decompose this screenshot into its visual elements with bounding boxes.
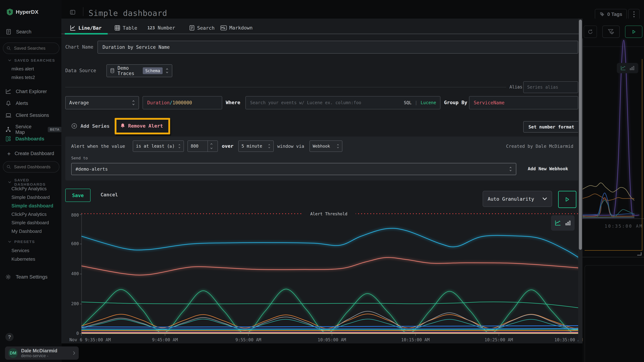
- chart-name-input[interactable]: [98, 41, 578, 54]
- panel-resize-handle[interactable]: [637, 252, 642, 255]
- alias-input[interactable]: [523, 81, 578, 93]
- sidebar-item-chart-explorer[interactable]: Chart Explorer: [5, 89, 47, 94]
- saved-dashboard-item-active[interactable]: Simple dashboard: [12, 203, 53, 209]
- data-source-select[interactable]: Demo Traces Schema: [106, 64, 172, 77]
- set-number-format-button[interactable]: Set number format: [523, 121, 580, 133]
- create-dashboard-button[interactable]: + Create Dashboard: [7, 151, 54, 156]
- sidebar-item-client-sessions[interactable]: Client Sessions: [5, 113, 49, 118]
- panel-row-divider: [582, 257, 644, 257]
- avatar-initials: DM: [10, 351, 16, 356]
- add-series-button[interactable]: Add Series: [71, 123, 110, 129]
- saved-searches-input[interactable]: [14, 46, 55, 51]
- play-icon: [565, 197, 570, 202]
- sidebar-item-label: Search: [16, 29, 32, 35]
- saved-dashboards-input[interactable]: [14, 164, 55, 170]
- saved-dashboard-item[interactable]: ClickPy Analytics: [12, 186, 47, 191]
- chevron-down-icon: [542, 197, 547, 200]
- x-tickmark: [498, 334, 499, 336]
- chart-type-toggle: [551, 215, 574, 231]
- modal-scrollbar-thumb[interactable]: [579, 20, 582, 250]
- group-by-label: Group By: [444, 100, 467, 105]
- tab-markdown[interactable]: Markdown: [220, 25, 252, 30]
- bell-icon: [120, 123, 125, 129]
- tab-number[interactable]: 123 Number: [148, 25, 175, 30]
- saved-dashboards-section-header[interactable]: SAVED DASHBOARDS: [8, 178, 62, 186]
- where-search-input-wrap[interactable]: SQL | Lucene: [246, 96, 440, 109]
- preset-item[interactable]: Services: [12, 248, 29, 253]
- saved-dashboard-item[interactable]: Simple dashboard: [12, 220, 49, 225]
- sidebar-item-dashboards[interactable]: Dashboards: [5, 136, 44, 142]
- sidebar-divider: [0, 145, 62, 146]
- app-screen: Simple dashboard 0 Tags 10:35:00 AM: [0, 0, 644, 362]
- saved-dashboard-item[interactable]: Simple Dashboard: [12, 194, 50, 200]
- add-new-webhook-button[interactable]: Add New Webhook: [528, 166, 568, 171]
- alert-window-select[interactable]: 5 minute: [238, 141, 274, 152]
- user-card[interactable]: DM Dale McDiarmid demo-service -: [5, 347, 79, 360]
- saved-search-item[interactable]: mikes tets2: [12, 75, 35, 80]
- chevron-down-icon: [8, 240, 12, 243]
- chevron-right-icon: [73, 351, 76, 356]
- run-query-button-background[interactable]: [625, 25, 642, 38]
- saved-dashboard-item[interactable]: My Dashboard: [12, 228, 42, 234]
- sidebar-item-team-settings[interactable]: Team Settings: [5, 274, 48, 280]
- select-chevrons-icon: [337, 144, 339, 149]
- lucene-toggle[interactable]: Lucene: [420, 100, 436, 105]
- selected-panel-border-right: [642, 59, 642, 250]
- dashboards-icon: [5, 136, 11, 142]
- plus-circle-icon: [71, 123, 77, 129]
- window-via-label: window via: [277, 144, 304, 149]
- preset-item[interactable]: Kubernetes: [12, 256, 35, 262]
- refresh-button[interactable]: [584, 25, 597, 38]
- sql-toggle[interactable]: SQL: [404, 100, 412, 105]
- laptop-icon: [5, 113, 12, 118]
- sidebar-item-alerts[interactable]: Alerts: [6, 100, 28, 106]
- sidebar-item-search[interactable]: Search: [6, 29, 32, 35]
- search-tab-icon: [189, 25, 195, 31]
- line-chart-icon[interactable]: [554, 220, 561, 226]
- brand-label: HyperDX: [16, 9, 38, 15]
- sidebar-item-service-map[interactable]: Service Map BETA: [5, 124, 62, 135]
- number-stepper[interactable]: [208, 141, 215, 152]
- help-button[interactable]: ?: [5, 333, 14, 341]
- series-bg-blue-bump: [582, 193, 634, 215]
- presets-section-header[interactable]: PRESETS: [8, 240, 35, 244]
- preview-chart[interactable]: [82, 202, 582, 343]
- bar-chart-icon[interactable]: [565, 220, 571, 226]
- y-tick-label: 0: [52, 331, 79, 336]
- aggregation-select[interactable]: Average: [65, 96, 139, 109]
- line-chart-icon[interactable]: [620, 65, 626, 71]
- alert-threshold-input[interactable]: [188, 144, 208, 149]
- saved-search-item[interactable]: mikes alert: [12, 66, 34, 72]
- series-service-green-flat: [82, 302, 582, 308]
- select-chevrons-icon: [178, 144, 181, 149]
- tags-button[interactable]: 0 Tags: [595, 9, 627, 20]
- group-by-field[interactable]: ServiceName: [469, 96, 578, 109]
- remove-alert-label: Remove Alert: [128, 123, 163, 129]
- send-to-label: Send to: [71, 156, 88, 160]
- save-button[interactable]: Save: [65, 189, 90, 202]
- alias-label: Alias: [510, 85, 522, 90]
- kebab-menu-button[interactable]: [628, 9, 640, 20]
- tab-search[interactable]: Search: [189, 25, 215, 31]
- cancel-button[interactable]: Cancel: [100, 192, 118, 197]
- send-to-select[interactable]: #demo-alerts: [71, 163, 516, 175]
- series-service-blue2-flat: [82, 328, 582, 329]
- group-by-value: ServiceName: [474, 100, 504, 105]
- y-tickmark: [80, 274, 82, 274]
- user-name: Dale McDiarmid: [21, 348, 70, 354]
- formula-field[interactable]: Duration/1000000: [142, 96, 222, 109]
- where-search-input[interactable]: [250, 100, 400, 105]
- filter-button[interactable]: [602, 25, 620, 38]
- service-map-icon: [5, 127, 11, 133]
- alert-channel-select[interactable]: Webhook: [310, 141, 342, 152]
- alert-condition-select[interactable]: is at least (≥): [133, 141, 184, 152]
- remove-alert-button[interactable]: Remove Alert: [120, 123, 163, 129]
- bar-chart-icon[interactable]: [629, 65, 635, 71]
- brand[interactable]: HyperDX: [7, 8, 38, 15]
- x-tickmark: [81, 334, 82, 336]
- saved-searches-section-header[interactable]: SAVED SEARCHES: [8, 58, 55, 62]
- tab-table[interactable]: Table: [114, 25, 137, 31]
- sidebar-collapse-button[interactable]: [70, 9, 76, 15]
- tab-line-bar[interactable]: Line/Bar: [70, 25, 102, 31]
- saved-dashboard-item[interactable]: ClickPy Analytics: [12, 211, 47, 217]
